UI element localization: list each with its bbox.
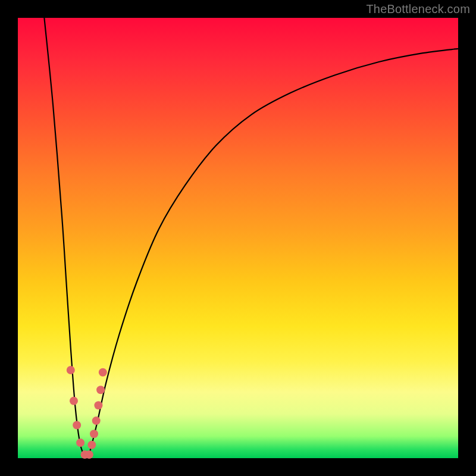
chart-frame: TheBottleneck.com (0, 0, 476, 476)
curve-line (44, 18, 458, 458)
bottleneck-curve-path (44, 18, 458, 458)
data-point (94, 401, 102, 409)
data-point (87, 441, 96, 449)
data-point (90, 430, 98, 438)
data-point (96, 386, 105, 394)
watermark-text: TheBottleneck.com (366, 2, 470, 16)
data-point (92, 416, 101, 425)
chart-svg (18, 18, 458, 458)
data-point (99, 368, 107, 377)
plot-area (18, 18, 458, 458)
data-point (85, 450, 93, 459)
data-point (70, 397, 78, 405)
data-point (67, 366, 75, 374)
data-point (73, 421, 81, 430)
data-point (76, 439, 84, 447)
